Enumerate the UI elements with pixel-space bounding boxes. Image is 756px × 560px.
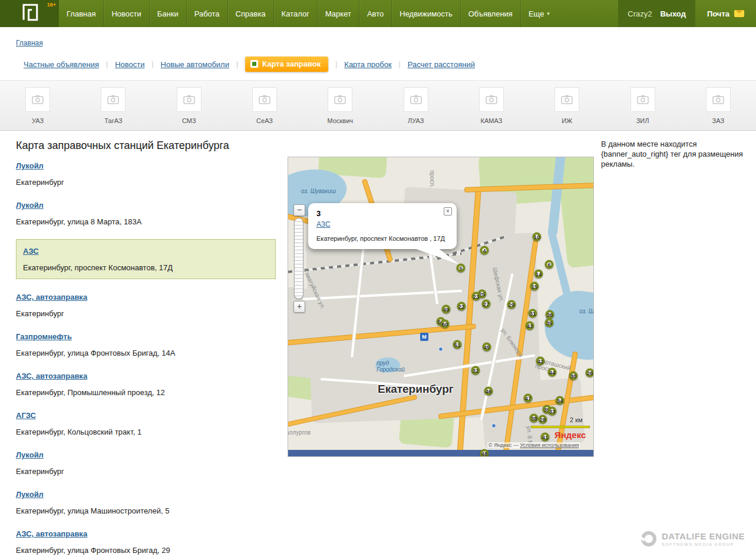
- topnav-item[interactable]: Работа: [186, 0, 227, 27]
- brand-item[interactable]: УАЗ: [0, 87, 75, 124]
- map-marker[interactable]: 22: [457, 302, 466, 311]
- site-logo[interactable]: 16+: [0, 0, 59, 27]
- map-marker[interactable]: 23: [472, 292, 481, 301]
- map-marker[interactable]: 29: [507, 300, 516, 309]
- datalife-engine-watermark: DATALIFE ENGINE SOFTNEWS MEDIA GROUP: [641, 531, 745, 546]
- close-icon[interactable]: ×: [444, 207, 452, 216]
- map-marker[interactable]: 32: [471, 366, 480, 375]
- map-marker[interactable]: 46: [484, 387, 493, 396]
- zoom-slider[interactable]: [294, 218, 303, 299]
- photo-placeholder-icon: [479, 87, 504, 112]
- map-marker[interactable]: 27: [482, 300, 491, 309]
- map-balloon: × 3 АЗС Екатеринбург, проспект Космонавт…: [308, 203, 457, 249]
- map-marker[interactable]: 6: [545, 260, 554, 269]
- map-marker[interactable]: 4: [480, 246, 489, 255]
- subnav-link[interactable]: Расчет расстояний: [408, 60, 475, 69]
- balloon-category-link[interactable]: АЗС: [316, 220, 331, 228]
- subnav-link[interactable]: Частные объявления: [24, 60, 99, 69]
- topnav-item[interactable]: Банки: [149, 0, 186, 27]
- station-entry: ЛукойлЕкатеринбург, улица Машиностроител…: [16, 489, 276, 516]
- station-link[interactable]: Лукойл: [16, 450, 44, 460]
- map-scale-bar: [531, 426, 590, 428]
- yandex-logo[interactable]: Яндекс: [554, 430, 586, 440]
- station-address: Екатеринбург: [16, 309, 276, 319]
- map-marker[interactable]: 41: [541, 433, 550, 442]
- station-address: Екатеринбург: [16, 467, 276, 476]
- topnav-item[interactable]: Объявления: [460, 0, 520, 27]
- logout-link[interactable]: Выход: [660, 9, 685, 18]
- map-marker[interactable]: 43: [526, 322, 534, 330]
- topnav-item[interactable]: Каталог: [273, 0, 317, 27]
- station-link[interactable]: Лукойл: [16, 490, 44, 499]
- brand-item[interactable]: ИЖ: [529, 87, 605, 124]
- station-link[interactable]: АЗС: [23, 247, 39, 256]
- brand-item[interactable]: ЛУАЗ: [378, 87, 453, 124]
- station-link[interactable]: Газпромнефть: [16, 332, 72, 342]
- map-marker[interactable]: 30: [569, 372, 578, 380]
- map-marker[interactable]: 10: [533, 233, 542, 241]
- map-marker[interactable]: 49: [442, 305, 451, 314]
- brand-strip: УАЗТагАЗСМЗСеАЗМосквичЛУАЗКАМАЗИЖЗИЛЗАЗ: [0, 80, 756, 131]
- mail-link[interactable]: Почта: [695, 0, 756, 27]
- photo-placeholder-icon: [630, 87, 655, 112]
- station-link[interactable]: АЗС, автозаправка: [16, 529, 87, 539]
- subnav-link[interactable]: Новые автомобили: [161, 60, 229, 69]
- station-link[interactable]: АЗС, автозаправка: [16, 372, 87, 381]
- topnav-item[interactable]: Авто: [359, 0, 391, 27]
- map-marker[interactable]: 14: [534, 270, 543, 279]
- map-marker[interactable]: 15: [530, 282, 539, 291]
- photo-placeholder-icon: [706, 87, 731, 112]
- zoom-out-button[interactable]: −: [293, 204, 305, 216]
- station-link[interactable]: Лукойл: [16, 201, 44, 210]
- brand-item[interactable]: СМЗ: [151, 87, 227, 124]
- brand-item[interactable]: ТагАЗ: [75, 87, 151, 124]
- subnav-link[interactable]: Карта пробок: [344, 60, 391, 69]
- username-link[interactable]: Crazy2: [628, 9, 652, 18]
- zoom-in-button[interactable]: +: [293, 301, 305, 313]
- map-marker[interactable]: 28: [539, 415, 547, 424]
- station-entry: ЛукойлЕкатеринбург: [16, 160, 276, 187]
- topnav-item[interactable]: Главная: [59, 0, 103, 27]
- map-marker[interactable]: 48: [480, 449, 489, 458]
- map-marker[interactable]: 26: [586, 369, 595, 377]
- map-marker[interactable]: 45: [483, 343, 491, 352]
- topnav-item[interactable]: Недвижимость: [391, 0, 460, 27]
- topnav-item-more[interactable]: Еще▾: [520, 0, 557, 27]
- station-link[interactable]: АЗС, автозаправка: [16, 293, 87, 302]
- brand-item[interactable]: Москвич: [302, 87, 378, 124]
- map-marker[interactable]: 34: [556, 396, 564, 405]
- map-marker[interactable]: 44: [548, 368, 557, 377]
- chevron-down-icon: ▾: [547, 11, 550, 16]
- subnav-active-button[interactable]: Карта заправок: [245, 57, 328, 72]
- station-link[interactable]: АГЗС: [16, 411, 36, 420]
- brand-item[interactable]: КАМАЗ: [454, 87, 529, 124]
- topnav-item[interactable]: Справка: [227, 0, 273, 27]
- map-marker[interactable]: 33: [548, 407, 557, 416]
- map-marker[interactable]: 42: [536, 357, 545, 366]
- station-link[interactable]: Лукойл: [16, 161, 44, 171]
- subnav-separator: |: [106, 60, 108, 68]
- map-marker[interactable]: 38: [530, 414, 539, 423]
- topnav-item[interactable]: Новости: [103, 0, 148, 27]
- breadcrumb-home-link[interactable]: Главная: [16, 39, 43, 47]
- station-entry: АЗС, автозаправкаЕкатеринбург: [16, 291, 276, 319]
- brand-item[interactable]: ЗАЗ: [681, 87, 756, 124]
- station-address: Екатеринбург, проспект Космонавтов, 17Д: [23, 263, 269, 273]
- brand-label: ТагАЗ: [75, 117, 151, 124]
- map-marker[interactable]: 31: [529, 309, 537, 318]
- map-marker[interactable]: 60: [441, 320, 450, 329]
- brand-item[interactable]: СеАЗ: [227, 87, 302, 124]
- map-marker[interactable]: 36: [546, 310, 554, 319]
- active-button-label: Карта заправок: [262, 59, 321, 68]
- station-entry: ЛукойлЕкатеринбург, улица 8 Марта, 183А: [16, 200, 276, 227]
- yandex-map-canvas[interactable]: М оз. Шувакишоз. Шарташпруд ГородскойЕка…: [288, 157, 594, 457]
- map-marker[interactable]: 51: [453, 340, 462, 349]
- station-entry-selected: АЗСЕкатеринбург, проспект Космонавтов, 1…: [16, 239, 276, 279]
- envelope-icon: [734, 10, 744, 17]
- brand-item[interactable]: ЗИЛ: [605, 87, 680, 124]
- subnav-link[interactable]: Новости: [115, 60, 144, 69]
- map-marker[interactable]: 47: [524, 394, 533, 403]
- map-marker[interactable]: 35: [545, 319, 554, 327]
- topnav-item[interactable]: Маркет: [317, 0, 359, 27]
- terms-of-use-link[interactable]: Условия использования: [520, 442, 579, 448]
